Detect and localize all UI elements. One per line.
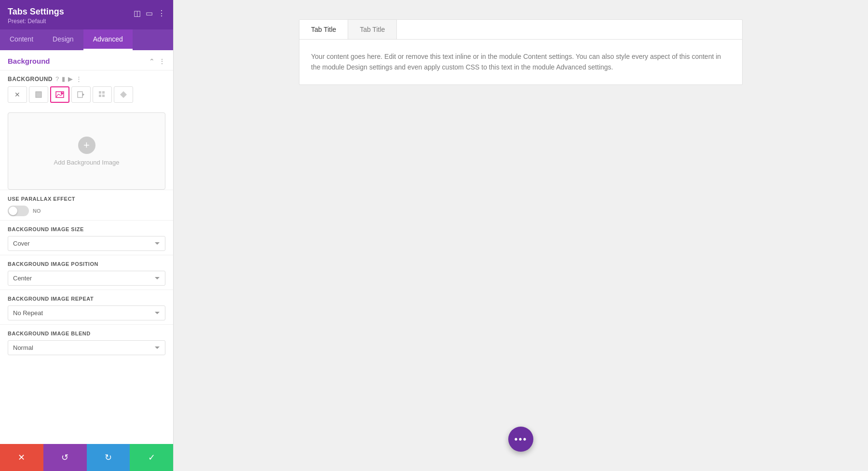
section-header-icons: ⌃ ⋮ [149, 57, 165, 65]
svg-rect-10 [99, 95, 101, 97]
bg-image-blend-section: Background Image Blend Normal Multiply S… [0, 324, 173, 359]
sidebar-header-left: Tabs Settings Preset: Default [8, 7, 64, 25]
svg-rect-8 [99, 91, 101, 94]
add-bg-image-label: Add Background Image [54, 159, 120, 166]
bg-image-blend-select[interactable]: Normal Multiply Screen Overlay Darken Li… [8, 340, 165, 355]
save-button[interactable]: ✓ [130, 444, 173, 471]
background-label: Background [8, 76, 53, 83]
fab-button[interactable]: ••• [508, 427, 533, 452]
bg-image-repeat-section: Background Image Repeat No Repeat Repeat… [0, 290, 173, 324]
add-image-plus: + [78, 137, 95, 154]
bg-image-repeat-label: Background Image Repeat [8, 296, 165, 302]
svg-marker-12 [120, 91, 127, 98]
tab-design[interactable]: Design [43, 29, 83, 50]
tab-widget-content: Your content goes here. Edit or remove t… [299, 40, 742, 84]
section-more-icon[interactable]: ⋮ [159, 57, 165, 65]
redo-button[interactable]: ↻ [87, 444, 130, 471]
section-header-background: Background ⌃ ⋮ [0, 50, 173, 70]
collapse-section-icon[interactable]: ⌃ [149, 57, 155, 65]
bg-image-position-section: Background Image Position Center Top Lef… [0, 255, 173, 290]
help-icon[interactable]: ? [55, 75, 59, 83]
add-background-image[interactable]: + Add Background Image [8, 112, 165, 190]
bg-type-mask[interactable] [114, 86, 133, 103]
background-field-row: Background ? ▮ ▶ ⋮ ✕ [0, 70, 173, 112]
sidebar: Tabs Settings Preset: Default ◫ ▭ ⋮ Cont… [0, 0, 174, 471]
parallax-section: Use Parallax Effect NO [0, 190, 173, 220]
tab-widget: Tab Title Tab Title Your content goes he… [299, 19, 743, 85]
parallax-toggle-row: NO [8, 206, 165, 216]
bg-image-repeat-select[interactable]: No Repeat Repeat Repeat X Repeat Y Space… [8, 305, 165, 320]
responsive-icon[interactable]: ◫ [134, 9, 141, 18]
svg-point-5 [61, 92, 63, 94]
sidebar-content: Background ⌃ ⋮ Background ? ▮ ▶ ⋮ ✕ [0, 50, 173, 471]
tab-advanced[interactable]: Advanced [83, 29, 133, 50]
bg-field-more-icon[interactable]: ⋮ [76, 75, 82, 83]
bg-image-blend-label: Background Image Blend [8, 331, 165, 336]
sidebar-header-icons: ◫ ▭ ⋮ [134, 9, 165, 18]
bg-type-pattern[interactable] [93, 86, 112, 103]
main-canvas: Tab Title Tab Title Your content goes he… [174, 0, 868, 471]
desktop-icon[interactable]: ▮ [62, 75, 65, 83]
svg-rect-1 [56, 92, 64, 97]
parallax-toggle-knob [9, 207, 17, 215]
bg-type-image[interactable] [50, 86, 69, 103]
tab-widget-tab-1[interactable]: Tab Title [299, 20, 348, 39]
svg-marker-7 [82, 93, 84, 96]
undo-button[interactable]: ↺ [43, 444, 87, 471]
svg-rect-9 [102, 91, 105, 94]
more-options-icon[interactable]: ⋮ [158, 9, 165, 18]
sidebar-bottom-bar: ✕ ↺ ↻ ✓ [0, 444, 173, 471]
tab-widget-text: Your content goes here. Edit or remove t… [311, 51, 731, 73]
tab-content[interactable]: Content [0, 29, 43, 50]
bg-type-color[interactable] [29, 86, 48, 103]
close-button[interactable]: ✕ [0, 444, 43, 471]
svg-rect-6 [78, 92, 82, 97]
bg-type-video[interactable] [71, 86, 91, 103]
sidebar-title: Tabs Settings [8, 7, 64, 17]
collapse-icon[interactable]: ▭ [146, 9, 153, 18]
section-title: Background [8, 57, 50, 65]
tab-widget-tab-2[interactable]: Tab Title [348, 20, 397, 39]
background-label-row: Background ? ▮ ▶ ⋮ [8, 75, 165, 83]
tab-widget-tabs: Tab Title Tab Title [299, 20, 742, 40]
bg-image-size-section: Background Image Size Cover Contain Auto… [0, 220, 173, 255]
sidebar-preset[interactable]: Preset: Default [8, 18, 64, 25]
bg-image-size-select[interactable]: Cover Contain Auto Custom [8, 236, 165, 251]
bg-type-buttons: ✕ [8, 86, 165, 103]
svg-line-3 [58, 94, 61, 96]
bg-image-position-label: Background Image Position [8, 261, 165, 267]
svg-rect-11 [102, 95, 105, 97]
bg-image-position-select[interactable]: Center Top Left Top Center Top Right Cen… [8, 271, 165, 286]
sidebar-tabs: Content Design Advanced [0, 29, 173, 50]
parallax-toggle[interactable] [8, 206, 29, 216]
sidebar-header: Tabs Settings Preset: Default ◫ ▭ ⋮ [0, 0, 173, 29]
bg-image-size-label: Background Image Size [8, 226, 165, 232]
parallax-toggle-value: NO [33, 208, 41, 214]
parallax-label: Use Parallax Effect [8, 196, 165, 202]
hover-icon[interactable]: ▶ [68, 75, 73, 83]
svg-rect-0 [36, 92, 41, 97]
bg-type-none[interactable]: ✕ [8, 86, 27, 103]
